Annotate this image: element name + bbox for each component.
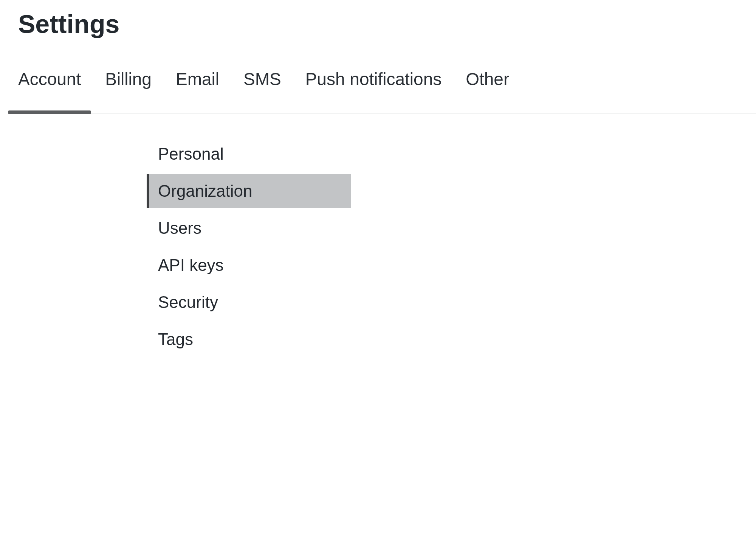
sidebar-item-organization[interactable]: Organization	[147, 174, 351, 208]
sidebar-item-label: API keys	[158, 256, 224, 274]
tab-account[interactable]: Account	[18, 66, 81, 114]
account-sidebar: Personal Organization Users API keys Sec…	[147, 137, 351, 359]
tab-email[interactable]: Email	[176, 66, 219, 114]
sidebar-item-label: Security	[158, 293, 218, 311]
sidebar-item-label: Personal	[158, 145, 224, 163]
sidebar-item-personal[interactable]: Personal	[147, 137, 351, 171]
sidebar-item-api-keys[interactable]: API keys	[147, 248, 351, 282]
sidebar-item-users[interactable]: Users	[147, 211, 351, 245]
settings-tabs: Account Billing Email SMS Push notificat…	[18, 66, 756, 114]
tab-push-notifications[interactable]: Push notifications	[305, 66, 442, 114]
settings-content: Personal Organization Users API keys Sec…	[18, 114, 756, 359]
sidebar-item-label: Organization	[158, 182, 252, 200]
tab-other[interactable]: Other	[466, 66, 509, 114]
sidebar-item-label: Tags	[158, 330, 193, 348]
page-title: Settings	[18, 9, 756, 39]
tab-sms[interactable]: SMS	[243, 66, 281, 114]
sidebar-item-security[interactable]: Security	[147, 285, 351, 319]
sidebar-item-tags[interactable]: Tags	[147, 322, 351, 356]
sidebar-item-label: Users	[158, 219, 201, 237]
tab-billing[interactable]: Billing	[105, 66, 152, 114]
